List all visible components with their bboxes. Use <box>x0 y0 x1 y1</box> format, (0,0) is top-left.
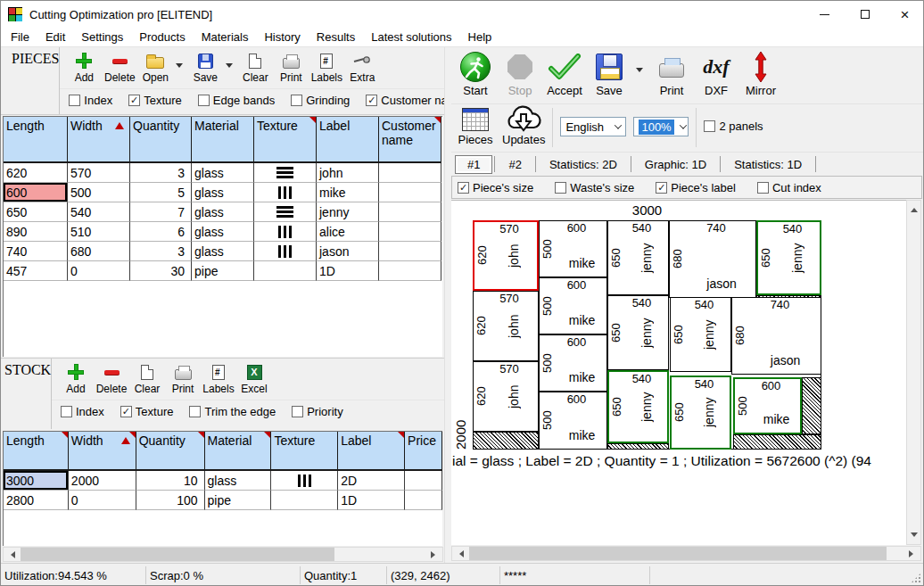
cell-customer[interactable] <box>379 163 441 183</box>
checkbox-box[interactable] <box>555 182 566 194</box>
pieces-view-button[interactable]: Pieces <box>456 106 495 146</box>
cell-quantity[interactable]: 5 <box>130 183 192 202</box>
left-horizontal-scrollbar[interactable] <box>3 547 443 562</box>
cell-quantity[interactable]: 6 <box>130 222 192 242</box>
cell-length[interactable]: 457 <box>4 261 68 281</box>
cell-quantity[interactable]: 3 <box>130 163 192 183</box>
pieces-add-button[interactable]: Add <box>67 51 101 84</box>
checkbox-piece-s-size[interactable]: ✓Piece's size <box>458 181 533 194</box>
cell-material[interactable]: glass <box>192 163 254 183</box>
checkbox-priority[interactable]: Priority <box>292 405 342 418</box>
diagram-piece-mike[interactable]: 600500mike <box>539 334 607 392</box>
menu-item-products[interactable]: Products <box>131 29 193 45</box>
menu-item-help[interactable]: Help <box>460 29 500 45</box>
scroll-up-arrow[interactable] <box>907 201 920 216</box>
cell-width[interactable]: 0 <box>69 491 136 510</box>
start-button[interactable]: Start <box>456 50 495 97</box>
menu-item-file[interactable]: File <box>3 29 37 45</box>
cell-material[interactable]: glass <box>205 471 272 491</box>
column-header-width[interactable]: Width <box>69 432 136 471</box>
column-header-material[interactable]: Material <box>192 117 254 163</box>
checkbox-box[interactable] <box>61 406 72 417</box>
scroll-down-arrow[interactable] <box>907 529 920 544</box>
open-dropdown-caret[interactable] <box>176 63 183 71</box>
tab-#1[interactable]: #1 <box>455 155 492 174</box>
column-header-length[interactable]: Length <box>4 432 69 471</box>
checkbox-box[interactable]: ✓ <box>128 95 140 106</box>
cell-material[interactable]: glass <box>192 242 254 261</box>
checkbox-piece-s-label[interactable]: ✓Piece's label <box>656 181 736 194</box>
column-header-width[interactable]: Width <box>68 117 130 163</box>
maximize-button[interactable] <box>845 1 885 28</box>
cell-width[interactable]: 510 <box>68 222 130 242</box>
scroll-thumb[interactable] <box>21 548 334 561</box>
cell-length[interactable]: 600 <box>4 183 68 202</box>
stock-print-button[interactable]: Print <box>166 362 200 395</box>
menu-item-materials[interactable]: Materials <box>194 29 257 45</box>
column-header-length[interactable]: Length <box>4 117 68 163</box>
cell-label[interactable]: alice <box>317 222 379 242</box>
cell-customer[interactable] <box>379 242 441 261</box>
diagram-horizontal-scrollbar[interactable] <box>451 546 921 561</box>
menu-item-settings[interactable]: Settings <box>73 29 131 45</box>
cell-length[interactable]: 650 <box>4 202 68 222</box>
checkbox-texture[interactable]: ✓Texture <box>128 94 182 107</box>
cell-material[interactable]: pipe <box>192 261 254 281</box>
language-select[interactable]: English <box>560 117 626 136</box>
accept-button[interactable]: Accept <box>545 50 584 97</box>
cell-label[interactable]: 1D <box>338 491 405 510</box>
cell-texture[interactable] <box>254 261 317 281</box>
column-header-material[interactable]: Material <box>205 432 272 471</box>
cell-price[interactable] <box>405 491 442 510</box>
diagram-piece-jenny[interactable]: 540650jenny <box>670 376 731 450</box>
cell-quantity[interactable]: 100 <box>136 491 205 510</box>
cell-quantity[interactable]: 7 <box>130 202 192 222</box>
checkbox-texture[interactable]: ✓Texture <box>120 405 174 418</box>
checkbox-box[interactable]: ✓ <box>656 182 667 194</box>
menu-item-latest-solutions[interactable]: Latest solutions <box>363 29 459 45</box>
cell-material[interactable]: glass <box>192 183 254 202</box>
cell-texture[interactable] <box>271 471 338 491</box>
stock-labels-button[interactable]: Labels <box>202 362 235 395</box>
checkbox-index[interactable]: Index <box>69 94 112 107</box>
menu-item-edit[interactable]: Edit <box>37 29 73 45</box>
diagram-piece-jenny[interactable]: 540650jenny <box>607 220 669 295</box>
scroll-right-arrow[interactable] <box>427 548 442 561</box>
minimize-button[interactable] <box>804 1 845 28</box>
diagram-piece-jenny[interactable]: 540650jenny <box>607 370 669 443</box>
checkbox-trim-the-edge[interactable]: Trim the edge <box>189 405 276 418</box>
cell-quantity[interactable]: 10 <box>136 471 205 491</box>
pieces-delete-button[interactable]: Delete <box>103 51 136 84</box>
panel-splitter[interactable] <box>444 47 451 563</box>
diagram-piece-jenny[interactable]: 540650jenny <box>756 220 821 295</box>
zoom-select[interactable]: 100% <box>633 117 689 136</box>
cell-label[interactable]: john <box>317 163 379 183</box>
diagram-piece-jason[interactable]: 740680jason <box>669 220 756 298</box>
diagram-piece-mike[interactable]: 600500mike <box>539 277 607 334</box>
checkbox-grinding[interactable]: Grinding <box>291 94 350 107</box>
column-header-label[interactable]: Label <box>317 117 379 163</box>
column-header-texture[interactable]: Texture <box>271 432 338 471</box>
diagram-piece-john[interactable]: 570620john <box>473 291 539 361</box>
diagram-piece-mike[interactable]: 600500mike <box>539 220 607 277</box>
diagram-piece-john[interactable]: 570620john <box>473 220 539 291</box>
tab-#2[interactable]: #2 <box>497 156 532 173</box>
menu-item-results[interactable]: Results <box>309 29 363 45</box>
cell-material[interactable]: glass <box>192 222 254 242</box>
cell-material[interactable]: glass <box>192 202 254 222</box>
cell-texture[interactable] <box>254 242 317 261</box>
column-header-quantity[interactable]: Quantity <box>136 432 205 471</box>
cell-width[interactable]: 570 <box>68 163 130 183</box>
result-save-button[interactable]: Save <box>590 50 629 97</box>
dxf-button[interactable]: dxf DXF <box>697 50 736 97</box>
cell-label[interactable]: 1D <box>317 261 379 281</box>
cell-texture[interactable] <box>254 222 317 242</box>
cell-width[interactable]: 680 <box>68 242 130 261</box>
checkbox-index[interactable]: Index <box>61 405 104 418</box>
column-header-label[interactable]: Label <box>338 432 405 471</box>
cell-label[interactable]: jason <box>317 242 379 261</box>
updates-button[interactable]: Updates <box>502 106 545 146</box>
cell-length[interactable]: 3000 <box>4 471 69 491</box>
checkbox-waste-s-size[interactable]: Waste's size <box>555 181 634 194</box>
cell-length[interactable]: 740 <box>4 242 68 261</box>
